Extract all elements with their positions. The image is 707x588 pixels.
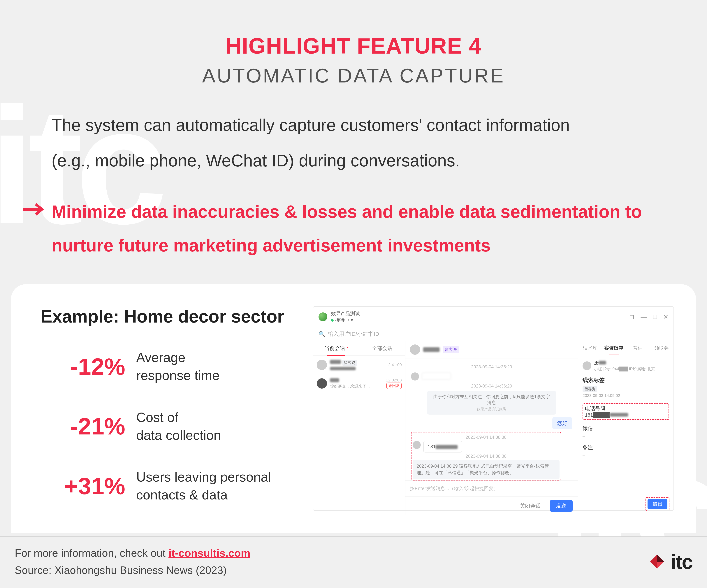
close-conversation-button[interactable]: 关闭会话	[515, 500, 545, 511]
search-icon: 🔍	[318, 331, 325, 337]
avatar	[410, 344, 420, 355]
footer-link[interactable]: it-consultis.com	[168, 547, 250, 559]
right-tab-coupons[interactable]: 领取券	[650, 341, 674, 355]
chat-timestamp: 2023-09-04 14:36:29	[411, 383, 572, 389]
received-message: 181	[423, 441, 462, 452]
body-text: The system can automatically capture cus…	[52, 107, 641, 178]
minimize-icon[interactable]: —	[641, 313, 647, 320]
slide-subtitle: AUTOMATIC DATA CAPTURE	[0, 64, 707, 87]
footer: For more information, check out it-consu…	[0, 537, 707, 588]
callout-text: Minimize data inaccuracies & losses and …	[52, 195, 685, 262]
lead-timestamp: 2023-09-03 14:09:02	[582, 393, 669, 398]
stat-row-2: -21% Cost of data collection	[40, 409, 298, 444]
stat-label: Users leaving personal contacts & data	[136, 468, 271, 504]
svg-marker-3	[657, 562, 664, 569]
captured-phone-field: 电话号码 181█████	[582, 403, 669, 420]
stat-row-3: +31% Users leaving personal contacts & d…	[40, 468, 298, 504]
close-icon[interactable]: ✕	[663, 313, 668, 320]
app-screenshot: 效果产品测试... 接待中 ▾ ⊟ — □ ✕ 🔍 输入用户ID/小红书ID 当…	[313, 306, 674, 511]
footer-source: Source: Xiaohongshu Business News (2023)	[15, 562, 250, 579]
help-icon[interactable]: ⊟	[629, 313, 634, 320]
slide-title: HIGHLIGHT FEATURE 4	[0, 33, 707, 59]
tab-current-conv[interactable]: 当前会话 ●	[313, 341, 359, 355]
chat-badge: 留客资	[443, 346, 459, 353]
field-wechat: 微信	[582, 425, 669, 432]
stat-value: +31%	[40, 473, 125, 499]
app-title: 效果产品测试...	[331, 310, 364, 317]
avatar	[582, 361, 592, 370]
logo-mark-icon	[649, 553, 665, 570]
avatar	[411, 373, 419, 381]
system-message: 由于你和对方未互相关注，你回复之前，ta只能发送1条文字消息 效果产品测试账号	[427, 391, 556, 415]
app-avatar-icon	[318, 312, 327, 321]
auto-capture-notice: 2023-09-04 14:38:29 该客联系方式已自动记录至「聚光平台-线索…	[413, 460, 560, 479]
footer-info: For more information, check out it-consu…	[15, 545, 250, 562]
svg-marker-2	[657, 555, 664, 562]
conversation-item[interactable]: 你好寒文，欢迎来了... 12:02:03 未回复	[313, 374, 405, 393]
avatar	[317, 378, 327, 389]
arrow-right-icon	[22, 198, 44, 221]
right-tab-leads[interactable]: 客资留存	[602, 341, 626, 355]
edit-button[interactable]: 编辑	[647, 499, 667, 509]
brand-logo: itc	[649, 550, 692, 574]
section-lead-tags: 线索标签	[582, 377, 669, 384]
sent-message: 您好	[552, 417, 572, 429]
body-line-2: (e.g., mobile phone, WeChat ID) during c…	[52, 143, 641, 178]
right-tab-knowledge[interactable]: 常识	[626, 341, 650, 355]
conversation-item[interactable]: 留客资 12:41:00	[313, 356, 405, 374]
tab-all-conv[interactable]: 全部会话	[359, 341, 405, 355]
chat-timestamp: 2023-09-04 14:36:29	[411, 364, 572, 370]
search-input[interactable]: 输入用户ID/小红书ID	[328, 330, 379, 338]
stat-value: -12%	[40, 353, 125, 380]
stat-label: Average response time	[136, 349, 220, 384]
stat-value: -21%	[40, 413, 125, 440]
timestamp: 12:02:03	[386, 378, 402, 383]
example-title: Example: Home decor sector	[40, 306, 298, 326]
user-meta: 小红书号: 944███ IP所属地: 北京	[594, 366, 655, 372]
example-card: Example: Home decor sector -12% Average …	[11, 284, 696, 533]
chat-timestamp: 2023-09-04 14:38:38	[413, 454, 560, 459]
timestamp: 12:41:00	[386, 362, 402, 367]
avatar	[317, 360, 327, 370]
conv-preview: 你好寒文，欢迎来了...	[330, 383, 370, 389]
send-button[interactable]: 发送	[550, 500, 573, 512]
edit-button-highlight: 编辑	[645, 497, 669, 511]
stat-row-1: -12% Average response time	[40, 349, 298, 384]
stat-label: Cost of data collection	[136, 409, 221, 444]
app-status: 接待中 ▾	[331, 317, 364, 323]
highlighted-capture-area: 2023-09-04 14:38:38 181 2023-09-04 14:38…	[411, 432, 561, 481]
field-note: 备注	[582, 444, 669, 451]
chat-input[interactable]: 按Enter发送消息...（输入/唤起快捷回复）	[405, 481, 578, 496]
avatar	[413, 441, 421, 449]
chat-timestamp: 2023-09-04 14:38:38	[413, 435, 560, 440]
right-tab-scripts[interactable]: 话术库	[578, 341, 602, 355]
maximize-icon[interactable]: □	[653, 313, 657, 320]
logo-text: itc	[671, 550, 692, 574]
body-line-1: The system can automatically capture cus…	[52, 107, 641, 143]
lead-tag: 留客资	[582, 386, 597, 392]
unread-badge: 未回复	[386, 383, 402, 389]
badge: 留客资	[342, 360, 357, 366]
